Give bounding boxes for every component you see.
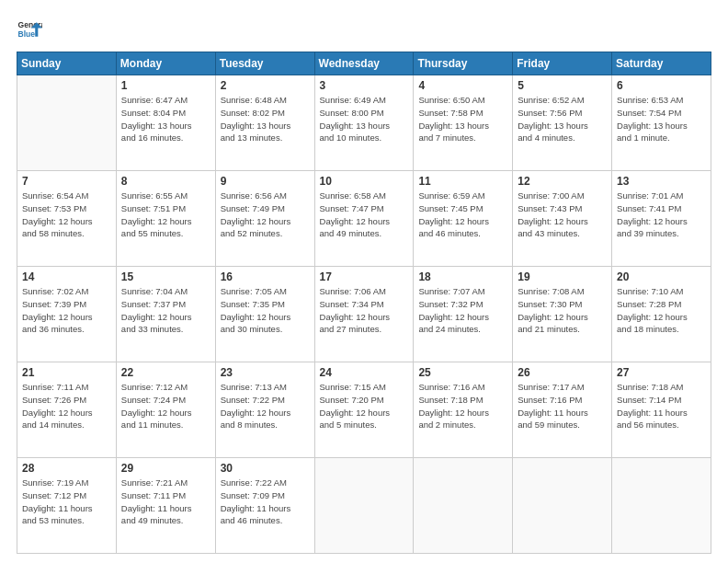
day-number: 12: [518, 175, 607, 188]
calendar-cell: 2Sunrise: 6:48 AMSunset: 8:02 PMDaylight…: [215, 75, 314, 171]
calendar-cell: 16Sunrise: 7:05 AMSunset: 7:35 PMDayligh…: [215, 267, 314, 362]
day-info: Sunrise: 7:13 AMSunset: 7:22 PMDaylight:…: [221, 381, 310, 431]
logo: General Blue: [17, 17, 42, 42]
calendar-cell: [17, 75, 117, 171]
day-info: Sunrise: 7:18 AMSunset: 7:14 PMDaylight:…: [617, 381, 706, 431]
day-info: Sunrise: 7:07 AMSunset: 7:32 PMDaylight:…: [418, 285, 507, 336]
calendar-cell: 19Sunrise: 7:08 AMSunset: 7:30 PMDayligh…: [513, 267, 612, 362]
day-number: 5: [518, 79, 607, 92]
day-info: Sunrise: 6:47 AMSunset: 8:04 PMDaylight:…: [121, 94, 210, 144]
calendar-cell: 25Sunrise: 7:16 AMSunset: 7:18 PMDayligh…: [414, 362, 513, 458]
calendar-cell: 10Sunrise: 6:58 AMSunset: 7:47 PMDayligh…: [314, 171, 414, 267]
calendar-header-saturday: Saturday: [612, 52, 711, 75]
calendar-cell: 3Sunrise: 6:49 AMSunset: 8:00 PMDaylight…: [314, 75, 414, 171]
day-info: Sunrise: 6:48 AMSunset: 8:02 PMDaylight:…: [221, 94, 310, 144]
day-info: Sunrise: 6:54 AMSunset: 7:53 PMDaylight:…: [22, 190, 111, 240]
day-number: 17: [320, 270, 409, 283]
day-info: Sunrise: 7:16 AMSunset: 7:18 PMDaylight:…: [418, 381, 507, 431]
day-info: Sunrise: 7:01 AMSunset: 7:41 PMDaylight:…: [617, 190, 706, 240]
calendar-cell: 9Sunrise: 6:56 AMSunset: 7:49 PMDaylight…: [215, 171, 314, 267]
day-number: 11: [418, 175, 507, 188]
day-number: 21: [22, 366, 111, 379]
calendar-table: SundayMondayTuesdayWednesdayThursdayFrid…: [17, 52, 711, 554]
day-number: 8: [121, 175, 210, 188]
calendar-week-1: 1Sunrise: 6:47 AMSunset: 8:04 PMDaylight…: [17, 75, 711, 171]
day-number: 18: [418, 270, 507, 283]
day-number: 3: [320, 79, 409, 92]
svg-text:Blue: Blue: [18, 29, 36, 39]
day-number: 6: [617, 79, 706, 92]
day-number: 24: [320, 366, 409, 379]
calendar-cell: 23Sunrise: 7:13 AMSunset: 7:22 PMDayligh…: [215, 362, 314, 458]
calendar-week-5: 28Sunrise: 7:19 AMSunset: 7:12 PMDayligh…: [17, 458, 711, 554]
day-info: Sunrise: 7:17 AMSunset: 7:16 PMDaylight:…: [518, 381, 607, 431]
calendar-cell: 13Sunrise: 7:01 AMSunset: 7:41 PMDayligh…: [612, 171, 711, 267]
calendar-week-2: 7Sunrise: 6:54 AMSunset: 7:53 PMDaylight…: [17, 171, 711, 267]
day-number: 4: [418, 79, 507, 92]
day-number: 29: [121, 462, 210, 475]
day-info: Sunrise: 7:10 AMSunset: 7:28 PMDaylight:…: [617, 285, 706, 336]
calendar-cell: 18Sunrise: 7:07 AMSunset: 7:32 PMDayligh…: [414, 267, 513, 362]
calendar-cell: 14Sunrise: 7:02 AMSunset: 7:39 PMDayligh…: [17, 267, 117, 362]
calendar-header-friday: Friday: [513, 52, 612, 75]
day-info: Sunrise: 7:04 AMSunset: 7:37 PMDaylight:…: [121, 285, 210, 336]
day-number: 7: [22, 175, 111, 188]
day-number: 9: [221, 175, 310, 188]
calendar-header-sunday: Sunday: [17, 52, 117, 75]
logo-icon: General Blue: [17, 17, 42, 42]
day-info: Sunrise: 7:21 AMSunset: 7:11 PMDaylight:…: [121, 477, 210, 527]
calendar-cell: 8Sunrise: 6:55 AMSunset: 7:51 PMDaylight…: [116, 171, 215, 267]
calendar-cell: 22Sunrise: 7:12 AMSunset: 7:24 PMDayligh…: [116, 362, 215, 458]
day-number: 27: [617, 366, 706, 379]
day-info: Sunrise: 7:00 AMSunset: 7:43 PMDaylight:…: [518, 190, 607, 240]
calendar-cell: 4Sunrise: 6:50 AMSunset: 7:58 PMDaylight…: [414, 75, 513, 171]
calendar-cell: 12Sunrise: 7:00 AMSunset: 7:43 PMDayligh…: [513, 171, 612, 267]
day-number: 20: [617, 270, 706, 283]
day-number: 15: [121, 270, 210, 283]
calendar-cell: 28Sunrise: 7:19 AMSunset: 7:12 PMDayligh…: [17, 458, 117, 554]
calendar-cell: 17Sunrise: 7:06 AMSunset: 7:34 PMDayligh…: [314, 267, 414, 362]
day-info: Sunrise: 7:11 AMSunset: 7:26 PMDaylight:…: [22, 381, 111, 431]
day-info: Sunrise: 6:49 AMSunset: 8:00 PMDaylight:…: [320, 94, 409, 144]
calendar-cell: 5Sunrise: 6:52 AMSunset: 7:56 PMDaylight…: [513, 75, 612, 171]
day-number: 16: [221, 270, 310, 283]
calendar-cell: 6Sunrise: 6:53 AMSunset: 7:54 PMDaylight…: [612, 75, 711, 171]
day-info: Sunrise: 6:52 AMSunset: 7:56 PMDaylight:…: [518, 94, 607, 144]
calendar-cell: 30Sunrise: 7:22 AMSunset: 7:09 PMDayligh…: [215, 458, 314, 554]
calendar-cell: 1Sunrise: 6:47 AMSunset: 8:04 PMDaylight…: [116, 75, 215, 171]
day-number: 19: [518, 270, 607, 283]
day-info: Sunrise: 7:02 AMSunset: 7:39 PMDaylight:…: [22, 285, 111, 336]
calendar-cell: [314, 458, 414, 554]
day-number: 25: [418, 366, 507, 379]
day-info: Sunrise: 6:59 AMSunset: 7:45 PMDaylight:…: [418, 190, 507, 240]
day-info: Sunrise: 7:05 AMSunset: 7:35 PMDaylight:…: [221, 285, 310, 336]
day-info: Sunrise: 7:08 AMSunset: 7:30 PMDaylight:…: [518, 285, 607, 336]
day-info: Sunrise: 6:56 AMSunset: 7:49 PMDaylight:…: [221, 190, 310, 240]
calendar-header-thursday: Thursday: [414, 52, 513, 75]
day-info: Sunrise: 7:19 AMSunset: 7:12 PMDaylight:…: [22, 477, 111, 527]
calendar-cell: [513, 458, 612, 554]
day-info: Sunrise: 6:50 AMSunset: 7:58 PMDaylight:…: [418, 94, 507, 144]
calendar-header-tuesday: Tuesday: [215, 52, 314, 75]
calendar-header-row: SundayMondayTuesdayWednesdayThursdayFrid…: [17, 52, 711, 75]
calendar-cell: [612, 458, 711, 554]
calendar-week-4: 21Sunrise: 7:11 AMSunset: 7:26 PMDayligh…: [17, 362, 711, 458]
day-number: 30: [221, 462, 310, 475]
day-number: 1: [121, 79, 210, 92]
calendar-cell: 11Sunrise: 6:59 AMSunset: 7:45 PMDayligh…: [414, 171, 513, 267]
day-number: 26: [518, 366, 607, 379]
day-info: Sunrise: 6:53 AMSunset: 7:54 PMDaylight:…: [617, 94, 706, 144]
day-info: Sunrise: 7:12 AMSunset: 7:24 PMDaylight:…: [121, 381, 210, 431]
calendar-cell: 15Sunrise: 7:04 AMSunset: 7:37 PMDayligh…: [116, 267, 215, 362]
calendar-cell: 26Sunrise: 7:17 AMSunset: 7:16 PMDayligh…: [513, 362, 612, 458]
day-info: Sunrise: 7:22 AMSunset: 7:09 PMDaylight:…: [221, 477, 310, 527]
calendar-header-monday: Monday: [116, 52, 215, 75]
calendar-cell: 29Sunrise: 7:21 AMSunset: 7:11 PMDayligh…: [116, 458, 215, 554]
day-number: 22: [121, 366, 210, 379]
day-number: 28: [22, 462, 111, 475]
calendar-cell: 21Sunrise: 7:11 AMSunset: 7:26 PMDayligh…: [17, 362, 117, 458]
calendar-header-wednesday: Wednesday: [314, 52, 414, 75]
day-number: 14: [22, 270, 111, 283]
day-number: 13: [617, 175, 706, 188]
day-info: Sunrise: 6:58 AMSunset: 7:47 PMDaylight:…: [320, 190, 409, 240]
